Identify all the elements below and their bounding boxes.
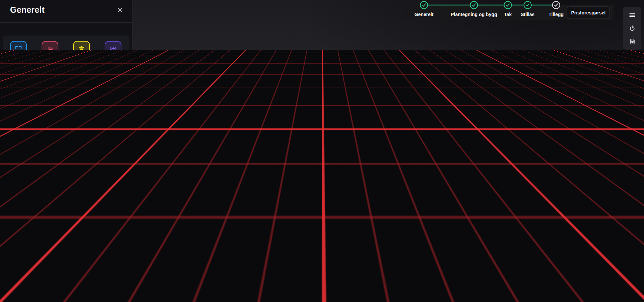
save-icon: [629, 38, 636, 45]
scan-corners-icon: [14, 45, 22, 53]
note-heading: Udekket stillas: [34, 174, 122, 179]
tarp-hooks-icon: [47, 100, 80, 128]
focus-model-icon: [630, 149, 637, 155]
tool-reset-scene: Reset Scene: [97, 36, 129, 77]
roof-view-button[interactable]: [628, 160, 638, 170]
tool-label: Top View: [4, 60, 33, 65]
gizmo-x-label: X: [613, 278, 616, 282]
building-view-icon: [630, 174, 637, 181]
sidebar-header: Generelt: [0, 0, 132, 22]
roof-view-icon: [630, 162, 637, 168]
wizard-step-label: Generelt: [415, 12, 434, 17]
tool-top-view: Top View: [3, 36, 34, 77]
note-body: Anbefalt forankring hver 4m i høyden/ver…: [34, 226, 122, 247]
delete-object-button[interactable]: [73, 41, 90, 58]
gizmo-axis-x[interactable]: X: [611, 276, 618, 283]
layout-grid-icon: [630, 136, 637, 142]
menu-icon: [629, 11, 636, 19]
tool-label: Reset Scene: [99, 60, 127, 65]
note-heading: Stillas dekket med netting: [34, 219, 122, 224]
wizard-step-label: Tak: [504, 12, 512, 17]
note-body: Må forankret hver 2m i høyden/vertikal. …: [34, 259, 122, 272]
page-title: Generelt: [10, 5, 45, 15]
layout-grid-button[interactable]: [628, 134, 638, 144]
price-request-button[interactable]: Prisforespørsel: [567, 7, 610, 19]
covering-option-presenning[interactable]: Presenning: [45, 99, 83, 137]
viewport-toolbar: [625, 118, 642, 186]
covering-options: Duk Presenning: [3, 99, 124, 137]
close-button[interactable]: [116, 6, 124, 14]
covering-option-krympeplast[interactable]: Krympeplast: [87, 99, 124, 137]
tool-label: Rotate: [36, 60, 64, 65]
gizmo-z-label: Z: [632, 278, 635, 282]
price-request-label: Prisforespørsel: [571, 10, 606, 15]
close-icon: [117, 7, 123, 13]
power-button[interactable]: [627, 23, 637, 33]
tool-rotate: Rotate: [34, 36, 66, 77]
fullscreen-icon: [630, 123, 637, 130]
fullscreen-button[interactable]: [628, 121, 638, 131]
info-panel-text: Udekket stillas Anbefalt forankring hver…: [34, 174, 122, 277]
note-heading: Stillas dekket med presenning: [34, 251, 122, 257]
gizmo-neg-y-dot[interactable]: [622, 293, 627, 298]
tool-delete-object: Delete Object: [66, 36, 97, 77]
menu-button[interactable]: [627, 10, 637, 20]
covering-option-label: Duk: [18, 128, 26, 133]
axis-gizmo[interactable]: X Y Z: [604, 262, 644, 302]
gizmo-neg-z-dot[interactable]: [631, 285, 636, 290]
tool-label: Delete Object: [67, 60, 96, 65]
focus-model-button[interactable]: [628, 147, 638, 157]
rotate-button[interactable]: [42, 41, 58, 58]
tools-panel: Top View Rotate Delete O: [3, 36, 129, 77]
power-icon: [629, 25, 636, 32]
top-right-toolbar: [623, 7, 641, 50]
building-view-button[interactable]: [628, 173, 638, 183]
shrink-wrap-icon: [89, 100, 122, 128]
covering-option-label: Krympeplast: [92, 128, 119, 133]
sticky-note-icon: [12, 167, 30, 187]
covering-option-duk[interactable]: Duk: [3, 99, 41, 137]
covering-section-title: Tildekking av stillas: [3, 90, 42, 95]
app-window: Generelt Plantegning og bygg Tak Stillas…: [0, 0, 644, 302]
info-panel: Udekket stillas Anbefalt forankring hver…: [3, 158, 127, 293]
note-body: Anbefalt forankring hver 4m i høyden/ver…: [34, 181, 122, 214]
mesh-net-icon: [6, 100, 39, 128]
top-view-button[interactable]: [10, 41, 27, 58]
reset-scene-icon: [109, 45, 117, 53]
save-button[interactable]: [627, 37, 637, 47]
wizard-step-label: Plantegning og bygg: [451, 12, 497, 17]
wizard-step-label: Stillas: [521, 12, 534, 17]
gizmo-axis-z[interactable]: Z: [630, 276, 637, 283]
gizmo-neg-x-dot[interactable]: [613, 285, 618, 290]
gizmo-axis-y[interactable]: Y: [621, 267, 628, 275]
sidebar-panel: Generelt Top View: [0, 0, 132, 302]
wizard-step-label: Tillegg: [549, 12, 564, 17]
trash-icon: [77, 45, 86, 53]
hand-icon: [46, 45, 54, 53]
reset-scene-button[interactable]: [105, 41, 121, 58]
covering-option-label: Presenning: [51, 128, 76, 133]
gizmo-y-label: Y: [623, 269, 626, 274]
